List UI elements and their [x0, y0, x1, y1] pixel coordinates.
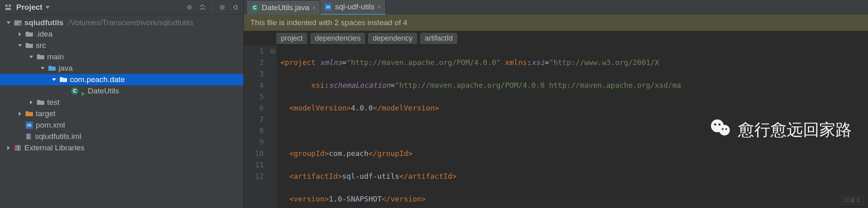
- svg-rect-16: [20, 145, 21, 151]
- svg-rect-10: [26, 134, 31, 139]
- maven-icon: m: [25, 121, 33, 129]
- tab-label: sql-udf-utils: [335, 2, 374, 11]
- chevron-down-icon[interactable]: [17, 43, 23, 48]
- libraries-icon: [14, 144, 22, 152]
- panel-header: Project: [0, 0, 243, 15]
- watermark: 愈行愈远回家路: [710, 117, 852, 143]
- svg-rect-2: [5, 8, 11, 10]
- svg-point-19: [714, 124, 716, 126]
- crumb-dependency[interactable]: dependency: [368, 33, 417, 44]
- wechat-icon: [710, 117, 732, 143]
- svg-point-20: [718, 124, 720, 126]
- svg-point-21: [722, 128, 723, 130]
- tree-node-pom[interactable]: m pom.xml: [0, 119, 243, 131]
- hide-panel-icon[interactable]: [230, 2, 240, 12]
- project-panel: Project sqludfutils /Volumes/Transcend/w…: [0, 0, 244, 208]
- tab-sql-udf-utils[interactable]: m sql-udf-utils ×: [320, 0, 385, 15]
- chevron-right-icon[interactable]: [28, 100, 34, 105]
- svg-rect-8: [14, 20, 17, 22]
- runnable-icon: [81, 89, 85, 93]
- folder-icon: [25, 30, 33, 38]
- crumb-dependencies[interactable]: dependencies: [310, 33, 365, 44]
- tab-label: DateUtils.java: [262, 3, 309, 12]
- fold-column[interactable]: ⊟: [268, 46, 277, 208]
- folder-icon: [37, 53, 45, 61]
- tab-dateutils[interactable]: C DateUtils.java ×: [247, 1, 320, 15]
- project-tree: sqludfutils /Volumes/Transcend/work/sqlu…: [0, 15, 243, 208]
- close-icon[interactable]: ×: [378, 4, 381, 10]
- tree-node-src[interactable]: src: [0, 40, 243, 51]
- tree-node-target[interactable]: target: [0, 108, 243, 119]
- svg-rect-11: [27, 135, 28, 136]
- svg-rect-6: [237, 5, 237, 10]
- editor-tabs: C DateUtils.java × m sql-udf-utils ×: [244, 0, 868, 15]
- tree-node-test[interactable]: test: [0, 97, 243, 108]
- excluded-folder-icon: [25, 110, 33, 118]
- tree-node-package[interactable]: com.peach.date: [0, 74, 243, 85]
- svg-rect-15: [18, 145, 19, 151]
- svg-rect-13: [15, 145, 16, 151]
- package-icon: [59, 76, 67, 84]
- svg-rect-0: [5, 4, 7, 6]
- module-icon: [14, 19, 22, 27]
- svg-rect-1: [9, 4, 11, 6]
- breadcrumb-bar: project dependencies dependency artifact…: [244, 31, 868, 46]
- tree-node-main[interactable]: main: [0, 51, 243, 63]
- panel-title: Project: [16, 3, 42, 12]
- source-folder-icon: [48, 64, 56, 72]
- svg-point-22: [725, 128, 727, 130]
- chevron-down-icon[interactable]: [40, 65, 46, 71]
- close-icon[interactable]: ×: [312, 4, 316, 11]
- chevron-down-icon[interactable]: [28, 54, 34, 60]
- chevron-right-icon[interactable]: [17, 31, 23, 37]
- chevron-down-icon[interactable]: [51, 77, 57, 82]
- svg-point-5: [221, 6, 224, 9]
- svg-rect-14: [16, 145, 17, 151]
- class-icon: C: [251, 4, 258, 11]
- tree-node-java[interactable]: java: [0, 63, 243, 74]
- chevron-down-icon[interactable]: [46, 5, 50, 9]
- tree-node-idea[interactable]: .idea: [0, 28, 243, 40]
- editor-area: C DateUtils.java × m sql-udf-utils × Thi…: [244, 0, 868, 208]
- svg-rect-12: [29, 135, 30, 136]
- gear-icon[interactable]: [217, 2, 227, 12]
- line-gutter: 123456789101112: [244, 46, 268, 208]
- chevron-right-icon[interactable]: [17, 111, 23, 117]
- tree-node-iml[interactable]: sqludfutils.iml: [0, 131, 243, 142]
- svg-point-9: [19, 23, 21, 25]
- tree-node-ext-libs[interactable]: External Libraries: [0, 142, 243, 154]
- svg-point-18: [719, 125, 730, 135]
- tree-node-class[interactable]: C DateUtils: [0, 85, 243, 97]
- folder-icon: [37, 98, 45, 106]
- iml-file-icon: [25, 133, 33, 140]
- collapse-all-icon[interactable]: [197, 2, 207, 12]
- svg-point-4: [189, 6, 190, 8]
- locate-icon[interactable]: [184, 2, 194, 12]
- crumb-artifactid[interactable]: artifactId: [420, 33, 457, 44]
- maven-icon: m: [324, 3, 332, 11]
- corner-badge: 亿速云: [841, 196, 864, 205]
- chevron-down-icon[interactable]: [6, 20, 11, 26]
- indent-warning-banner[interactable]: This file is indented with 2 spaces inst…: [244, 15, 868, 31]
- class-icon: C: [71, 87, 79, 95]
- tree-root[interactable]: sqludfutils /Volumes/Transcend/work/sqlu…: [0, 17, 243, 28]
- folder-icon: [25, 41, 33, 50]
- crumb-project[interactable]: project: [276, 33, 307, 44]
- chevron-right-icon[interactable]: [6, 145, 11, 151]
- project-view-icon[interactable]: [3, 2, 13, 12]
